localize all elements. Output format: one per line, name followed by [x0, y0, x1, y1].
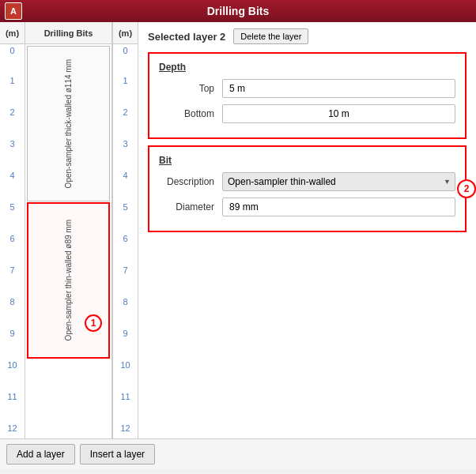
drilling-bits-body: Open-sampler thick-walled ø114 mm Open-s…	[25, 44, 111, 438]
add-layer-button[interactable]: Add a layer	[6, 444, 75, 465]
window-title: Drilling Bits	[207, 5, 270, 17]
depth-4: 4	[0, 171, 25, 180]
diameter-label: Diameter	[159, 201, 222, 213]
insert-layer-button[interactable]: Insert a layer	[80, 444, 155, 465]
depth-0: 0	[0, 46, 25, 55]
depth-r-6: 6	[113, 234, 138, 243]
depth-r-2: 2	[113, 107, 138, 117]
drilling-bits-header: Drilling Bits	[25, 22, 111, 44]
depth-12: 12	[0, 423, 25, 433]
layer-1-label: Open-sampler thick-walled ø114 mm	[64, 59, 73, 188]
depth-7: 7	[0, 265, 25, 275]
layer-1-block[interactable]: Open-sampler thick-walled ø114 mm	[27, 46, 110, 201]
depth-r-5: 5	[113, 202, 138, 212]
depth-left-header: (m)	[0, 22, 25, 44]
content-area: (m) 0 1 2 3 4 5 6 7 8 9 10 11 12	[0, 22, 476, 438]
depth-section-title: Depth	[159, 62, 455, 73]
diameter-input[interactable]	[222, 198, 455, 216]
bit-section-badge: 2	[457, 179, 476, 198]
depth-right-column: (m) 0 1 2 3 4 5 6 7 8 9 10 11 12	[112, 22, 138, 438]
depth-right-body: 0 1 2 3 4 5 6 7 8 9 10 11 12	[113, 44, 138, 438]
depth-8: 8	[0, 297, 25, 307]
depth-right-header: (m)	[113, 22, 138, 44]
depth-r-7: 7	[113, 265, 138, 275]
description-select[interactable]: Open-sampler thin-walled Open-sampler th…	[222, 172, 455, 191]
selected-layer-header: Selected layer 2 Delete the layer	[148, 28, 467, 44]
depth-11: 11	[0, 392, 25, 401]
layer-2-badge: 1	[85, 314, 102, 332]
depth-r-11: 11	[113, 392, 138, 401]
depth-r-1: 1	[113, 76, 138, 85]
left-panel: (m) 0 1 2 3 4 5 6 7 8 9 10 11 12	[0, 22, 138, 438]
depth-5: 5	[0, 202, 25, 212]
depth-r-12: 12	[113, 423, 138, 433]
depth-r-4: 4	[113, 171, 138, 180]
bottom-bar: Add a layer Insert a layer	[0, 438, 476, 469]
layer-2-label: Open-sampler thin-walled ø89 mm	[64, 220, 73, 340]
app-icon: A	[5, 2, 22, 20]
description-select-wrapper: Open-sampler thin-walled Open-sampler th…	[222, 172, 455, 191]
right-panel: Selected layer 2 Delete the layer Depth …	[138, 22, 476, 438]
depth-1: 1	[0, 76, 25, 85]
bit-section-title: Bit	[159, 155, 455, 166]
diameter-row: Diameter	[159, 198, 455, 216]
bottom-row: Bottom	[159, 104, 455, 123]
delete-layer-button[interactable]: Delete the layer	[233, 28, 308, 44]
bottom-label: Bottom	[159, 108, 222, 119]
bit-section: 2 Bit Description Open-sampler thin-wall…	[148, 145, 467, 232]
depth-left-column: (m) 0 1 2 3 4 5 6 7 8 9 10 11 12	[0, 22, 25, 438]
bottom-input[interactable]	[222, 104, 455, 123]
depth-6: 6	[0, 234, 25, 243]
depth-9: 9	[0, 329, 25, 338]
depth-r-3: 3	[113, 139, 138, 149]
depth-2: 2	[0, 107, 25, 117]
main-layout: (m) 0 1 2 3 4 5 6 7 8 9 10 11 12	[0, 22, 476, 469]
depth-r-8: 8	[113, 297, 138, 307]
description-row: Description Open-sampler thin-walled Ope…	[159, 172, 455, 191]
top-input[interactable]	[222, 79, 455, 98]
top-label: Top	[159, 83, 222, 94]
depth-right-header-label: (m)	[119, 28, 132, 38]
depth-r-9: 9	[113, 329, 138, 338]
top-row: Top	[159, 79, 455, 98]
drilling-bits-column: Drilling Bits Open-sampler thick-walled …	[25, 22, 112, 438]
selected-layer-title: Selected layer 2	[148, 31, 225, 43]
depth-left-body: 0 1 2 3 4 5 6 7 8 9 10 11 12	[0, 44, 25, 438]
depth-3: 3	[0, 139, 25, 149]
depth-r-0: 0	[113, 46, 138, 55]
depth-left-header-label: (m)	[6, 28, 19, 38]
app-icon-label: A	[10, 6, 17, 16]
drilling-bits-header-label: Drilling Bits	[44, 28, 93, 38]
title-bar: A Drilling Bits	[0, 0, 476, 22]
description-label: Description	[159, 176, 222, 187]
depth-section: Depth Top Bottom	[148, 52, 467, 139]
depth-r-10: 10	[113, 360, 138, 370]
depth-10: 10	[0, 360, 25, 370]
layer-2-block[interactable]: Open-sampler thin-walled ø89 mm 1	[27, 202, 110, 359]
